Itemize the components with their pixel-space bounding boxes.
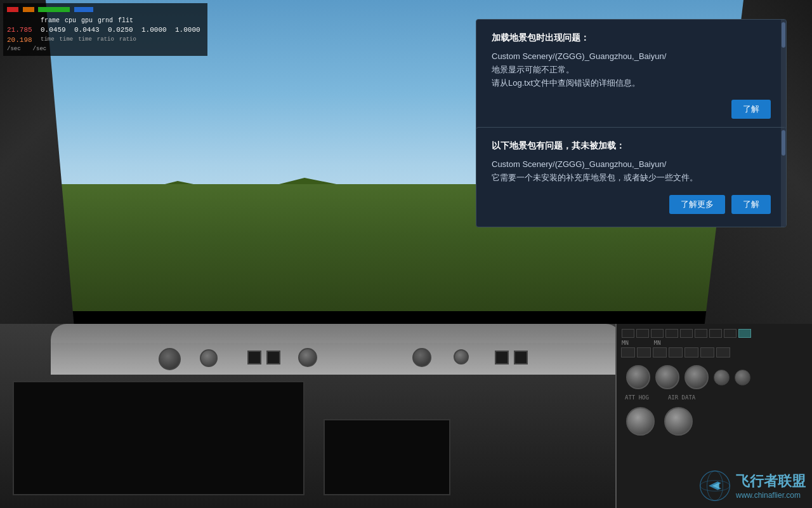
dialog-2-line1: Custom Scenery/(ZGGG)_Guangzhou,_Baiyun/ [492, 158, 771, 171]
ind-8 [724, 329, 737, 338]
watermark: 飞行者联盟 www.chinaflier.com [699, 470, 806, 502]
label-frame: frame [41, 17, 60, 25]
ind-4 [665, 329, 678, 338]
dialog-2-ok-button[interactable]: 了解 [731, 195, 771, 214]
watermark-logo-icon [699, 470, 731, 502]
dialog-1-line2: 地景显示可能不正常。 [492, 64, 771, 77]
screen-center [324, 419, 450, 495]
button-3 [495, 351, 509, 364]
ind-2 [636, 329, 649, 338]
dialog-1-line1: Custom Scenery/(ZGGG)_Guangzhou,_Baiyun/ [492, 50, 771, 64]
overhead-switches [51, 343, 622, 375]
knob-small-1 [714, 370, 730, 385]
time-label-1: time [41, 36, 55, 45]
ind-9-lit [738, 329, 751, 338]
label-blank [7, 17, 36, 25]
perf-header-labels: frame cpu gpu grnd flit [7, 17, 204, 25]
button-row-2 [620, 346, 809, 359]
dialog-1-line3: 请从Log.txt文件中查阅错误的详细信息。 [492, 77, 771, 90]
ind-5 [680, 329, 693, 338]
knobs-row-2 [620, 404, 809, 439]
instrument-panel: MN MN ATT [0, 324, 812, 508]
dialog-1-scroll-thumb [782, 22, 785, 48]
dialog-1-ok-button[interactable]: 了解 [731, 100, 771, 119]
fps-unit: /sec [7, 45, 21, 53]
dialog-2-learn-more-button[interactable]: 了解更多 [669, 195, 725, 214]
screen-left [13, 381, 304, 495]
switch-3 [298, 348, 317, 367]
dialog-2-scrollbar[interactable] [781, 128, 786, 227]
dialog-2-body: Custom Scenery/(ZGGG)_Guangzhou,_Baiyun/… [492, 158, 771, 185]
btn-r-2 [637, 347, 651, 358]
dialog-scenery-error-1: 加载地景包时出现问题： Custom Scenery/(ZGGG)_Guangz… [476, 19, 787, 132]
knobs-row [620, 362, 809, 392]
dialog-1-scrollbar[interactable] [781, 20, 786, 131]
cpu-fps-unit: /sec [33, 45, 47, 53]
grnd-ratio: 1.0000 [141, 25, 170, 35]
button-1 [247, 351, 261, 364]
dialog-2-footer: 了解更多 了解 [492, 195, 771, 214]
bar-fps [7, 7, 18, 12]
watermark-sub-text: www.chinaflier.com [736, 491, 806, 500]
label-att-hog: ATT HOG [625, 394, 649, 401]
time-label-2: time [60, 36, 74, 45]
indicator-row [620, 327, 809, 340]
button-4 [514, 351, 528, 364]
gpu-time: 0.0250 [108, 25, 136, 35]
button-2 [266, 351, 280, 364]
switch-2 [200, 349, 218, 367]
label-gpu: gpu [81, 17, 93, 25]
label-grnd: grnd [98, 17, 113, 25]
btn-r-6 [700, 347, 714, 358]
btn-r-3 [653, 347, 667, 358]
dialog-scenery-error-2: 以下地景包有问题，其未被加载： Custom Scenery/(ZGGG)_Gu… [476, 127, 787, 227]
fps-value: 21.785 [7, 25, 36, 35]
panel-labels-bottom: ATT HOG AIR DATA [620, 394, 809, 401]
label-mn1: MN [622, 340, 629, 346]
switch-5 [454, 349, 469, 364]
knob-att [626, 407, 655, 436]
knob-2 [655, 365, 679, 389]
perf-units: /sec /sec [7, 45, 204, 53]
switch-4 [412, 348, 431, 367]
label-flit: flit [118, 17, 133, 25]
bar-grnd [74, 7, 93, 12]
perf-bars [7, 6, 204, 15]
btn-r-4 [669, 347, 683, 358]
dialog-1-title: 加载地景包时出现问题： [492, 32, 771, 44]
knob-small-2 [735, 370, 750, 385]
btn-r-7 [716, 347, 730, 358]
cpu-fps-value: 20.198 [7, 36, 36, 45]
btn-r-1 [621, 347, 635, 358]
bar-cpu [23, 7, 34, 12]
perf-values-row2: 20.198 time time time ratio ratio [7, 36, 204, 45]
watermark-main-text: 飞行者联盟 [736, 472, 806, 491]
label-air-data: AIR DATA [668, 394, 695, 401]
dialog-1-body: Custom Scenery/(ZGGG)_Guangzhou,_Baiyun/… [492, 50, 771, 90]
dialog-2-scroll-thumb [782, 130, 785, 156]
dialog-2-line2: 它需要一个未安装的补充库地景包，或者缺少一些文件。 [492, 171, 771, 185]
knob-air [664, 407, 693, 436]
flit-ratio: 1.0000 [175, 25, 204, 35]
knob-1 [626, 365, 650, 389]
ind-3 [651, 329, 664, 338]
btn-r-5 [684, 347, 698, 358]
dialog-1-footer: 了解 [492, 100, 771, 119]
performance-overlay: frame cpu gpu grnd flit 21.785 0.0459 0.… [3, 3, 207, 56]
frame-time: 0.0459 [41, 25, 69, 35]
ratio-label-1: ratio [97, 36, 114, 45]
watermark-text-group: 飞行者联盟 www.chinaflier.com [736, 472, 806, 500]
ind-6 [695, 329, 707, 338]
switch-1 [159, 348, 181, 370]
cpu-time: 0.0443 [74, 25, 103, 35]
panel-labels-top: MN MN [620, 340, 809, 346]
ind-1 [622, 329, 634, 338]
perf-values-row1: 21.785 0.0459 0.0443 0.0250 1.0000 1.000… [7, 25, 204, 35]
knob-3 [684, 365, 709, 389]
bar-gpu [38, 7, 70, 12]
time-label-3: time [78, 36, 92, 45]
ratio-label-2: ratio [119, 36, 136, 45]
label-cpu: cpu [65, 17, 76, 25]
label-mn2: MN [654, 340, 661, 346]
dialog-2-title: 以下地景包有问题，其未被加载： [492, 140, 771, 152]
